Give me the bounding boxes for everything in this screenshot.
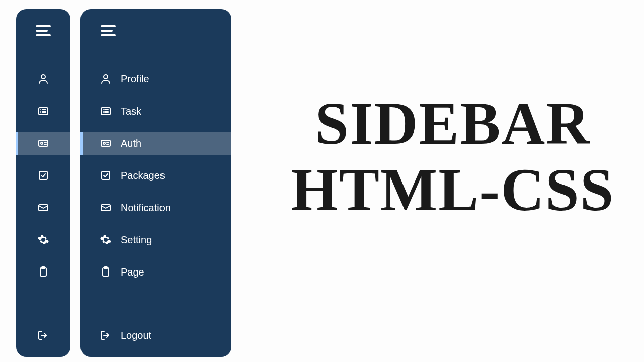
list-icon (37, 105, 49, 117)
sidebar-item-label: Profile (121, 73, 149, 85)
hero-line-1: SIDEBAR (282, 90, 624, 157)
sidebar-item-page[interactable]: Page (80, 260, 231, 284)
sidebar-item-auth[interactable]: Auth (80, 132, 231, 155)
user-icon (100, 73, 112, 85)
envelope-icon (37, 202, 49, 214)
sidebar-item-logout[interactable]: Logout (16, 324, 70, 347)
svg-point-32 (103, 142, 105, 144)
svg-point-23 (104, 75, 108, 79)
sidebar-collapsed: ProfileTaskAuthPackagesNotificationSetti… (16, 9, 70, 357)
list-icon (100, 105, 112, 117)
sidebar-item-label: Page (121, 266, 144, 278)
sidebar-item-label: Packages (121, 170, 165, 182)
hamburger-icon (35, 24, 52, 37)
checkbox-icon (37, 169, 49, 182)
sidebar-item-label: Setting (121, 234, 152, 246)
id-card-icon (37, 137, 49, 149)
nav-items-collapsed: ProfileTaskAuthPackagesNotificationSetti… (16, 67, 70, 284)
sidebar-item-profile[interactable]: Profile (16, 67, 70, 90)
sidebar-item-auth[interactable]: Auth (16, 132, 70, 155)
menu-toggle-button[interactable] (100, 24, 231, 37)
sidebar-expanded: ProfileTaskAuthPackagesNotificationSetti… (80, 9, 231, 357)
svg-point-12 (41, 142, 43, 144)
sidebar-item-setting[interactable]: Setting (80, 228, 231, 251)
sidebar-item-task[interactable]: Task (16, 100, 70, 123)
gear-icon (100, 234, 112, 246)
user-icon (37, 73, 49, 85)
sidebar-item-label: Notification (121, 202, 171, 214)
sidebar-item-profile[interactable]: Profile (80, 67, 231, 90)
logout-label: Logout (121, 330, 151, 341)
sidebar-item-logout[interactable]: Logout (80, 324, 231, 347)
sidebar-item-packages[interactable]: Packages (16, 164, 70, 187)
sidebar-item-label: Task (121, 106, 141, 117)
envelope-icon (100, 202, 112, 214)
sidebar-item-notification[interactable]: Notification (80, 196, 231, 219)
logout-icon (100, 329, 112, 341)
hero-title: SIDEBAR HTML-CSS (282, 90, 624, 223)
sidebar-item-notification[interactable]: Notification (16, 196, 70, 219)
clipboard-icon (100, 266, 112, 278)
hero-line-2: HTML-CSS (282, 157, 624, 223)
sidebar-item-label: Auth (121, 138, 141, 149)
svg-point-3 (41, 75, 45, 79)
checkbox-icon (100, 169, 112, 182)
sidebar-item-page[interactable]: Page (16, 260, 70, 284)
hamburger-icon (100, 24, 117, 37)
sidebar-item-packages[interactable]: Packages (80, 164, 231, 187)
nav-items-expanded: ProfileTaskAuthPackagesNotificationSetti… (80, 67, 231, 284)
svg-rect-35 (102, 171, 110, 179)
sidebar-item-setting[interactable]: Setting (16, 228, 70, 251)
menu-toggle-button[interactable] (35, 24, 52, 37)
gear-icon (37, 234, 49, 246)
sidebar-item-task[interactable]: Task (80, 100, 231, 123)
svg-rect-15 (39, 171, 47, 179)
id-card-icon (100, 137, 112, 149)
clipboard-icon (37, 266, 49, 278)
logout-icon (37, 329, 49, 341)
